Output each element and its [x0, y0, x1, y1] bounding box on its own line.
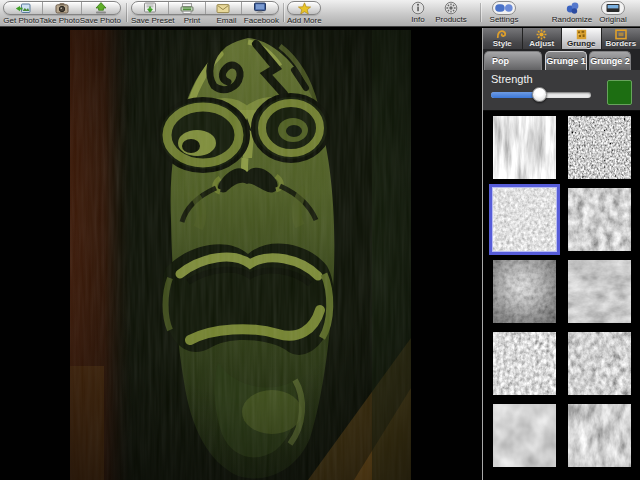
- subtab-grunge-1[interactable]: Grunge 1: [545, 51, 587, 70]
- get-photo-label: Get Photo: [3, 16, 40, 25]
- tiki-mask-photo: [70, 30, 411, 480]
- strength-section: Strength: [483, 70, 640, 111]
- subtab-grunge-2[interactable]: Grunge 2: [589, 51, 631, 70]
- grunge-thumbnail-grid: [483, 111, 640, 480]
- randomize-label: Randomize: [552, 15, 592, 24]
- randomize-icon: [565, 1, 580, 15]
- print-button[interactable]: [169, 2, 206, 14]
- save-preset-icon: [143, 2, 157, 14]
- subtab-pop[interactable]: Pop: [484, 51, 542, 70]
- star-icon: [297, 2, 312, 15]
- grunge-texture-1[interactable]: [493, 116, 556, 179]
- settings-icon: [492, 1, 516, 15]
- original-label: Original: [599, 15, 627, 24]
- gear-icon: [444, 1, 458, 15]
- grunge-texture-10[interactable]: [568, 404, 631, 467]
- facebook-icon: [253, 2, 267, 14]
- settings-button[interactable]: Settings: [486, 1, 522, 24]
- info-button[interactable]: Info: [404, 1, 432, 24]
- save-photo-button[interactable]: [82, 2, 120, 14]
- tab-adjust[interactable]: Adjust: [523, 28, 563, 49]
- settings-label: Settings: [490, 15, 519, 24]
- subtab-grunge-1-label: Grunge 1: [546, 56, 586, 66]
- toolbar-divider: [283, 3, 284, 22]
- tab-borders[interactable]: Borders: [602, 28, 640, 49]
- add-more-button[interactable]: [287, 1, 321, 15]
- grunge-texture-7[interactable]: [493, 332, 556, 395]
- filter-panel: Style Adjust Grunge: [482, 28, 640, 480]
- photo-io-group: Get Photo Take Photo Save Photo: [3, 1, 121, 25]
- save-preset-button[interactable]: [132, 2, 169, 14]
- envelope-icon: [216, 3, 230, 14]
- add-more-group: Add More: [287, 1, 321, 25]
- grunge-color-swatch[interactable]: [607, 80, 632, 105]
- grunge-texture-4[interactable]: [568, 188, 631, 251]
- grunge-texture-8[interactable]: [568, 332, 631, 395]
- toolbar-divider: [480, 3, 481, 22]
- grunge-texture-2[interactable]: [568, 116, 631, 179]
- app-window: Get Photo Take Photo Save Photo: [0, 0, 640, 480]
- take-photo-label: Take Photo: [40, 16, 80, 25]
- toolbar-divider: [126, 3, 127, 22]
- grunge-texture-6[interactable]: [568, 260, 631, 323]
- tab-grunge-label: Grunge: [567, 40, 595, 48]
- strength-label: Strength: [491, 73, 533, 85]
- tab-borders-label: Borders: [605, 40, 636, 48]
- subtab-grunge-2-label: Grunge 2: [590, 56, 630, 66]
- get-photo-icon: [15, 3, 31, 14]
- tab-style-label: Style: [493, 40, 512, 48]
- grunge-texture-5[interactable]: [493, 260, 556, 323]
- toolbar: Get Photo Take Photo Save Photo: [0, 0, 640, 27]
- save-preset-label: Save Preset: [131, 16, 175, 25]
- email-label: Email: [209, 16, 244, 25]
- print-label: Print: [175, 16, 210, 25]
- info-label: Info: [411, 15, 424, 24]
- photo-canvas: [0, 28, 482, 480]
- facebook-button[interactable]: [242, 2, 278, 14]
- grunge-texture-3[interactable]: [493, 188, 556, 251]
- tab-grunge[interactable]: Grunge: [562, 28, 602, 49]
- strength-slider[interactable]: [491, 92, 591, 98]
- printer-icon: [180, 3, 194, 14]
- grunge-subtabs: Pop Grunge 1 Grunge 2: [483, 49, 640, 70]
- tab-adjust-label: Adjust: [529, 40, 554, 48]
- original-button[interactable]: Original: [597, 1, 629, 24]
- take-photo-button[interactable]: [43, 2, 82, 14]
- add-more-label: Add More: [287, 16, 322, 25]
- category-tabs: Style Adjust Grunge: [483, 28, 640, 49]
- grunge-texture-9[interactable]: [493, 404, 556, 467]
- save-photo-label: Save Photo: [80, 16, 121, 25]
- info-icon: [411, 1, 425, 15]
- save-photo-icon: [94, 2, 108, 14]
- strength-slider-thumb[interactable]: [532, 87, 547, 102]
- get-photo-button[interactable]: [4, 2, 43, 14]
- email-button[interactable]: [206, 2, 243, 14]
- tab-style[interactable]: Style: [483, 28, 523, 49]
- camera-icon: [55, 2, 69, 14]
- products-button[interactable]: Products: [434, 1, 468, 24]
- randomize-button[interactable]: Randomize: [551, 1, 593, 24]
- share-group: Save Preset Print Email Facebook: [131, 1, 279, 25]
- products-label: Products: [435, 15, 467, 24]
- original-photo-icon: [601, 1, 625, 15]
- facebook-label: Facebook: [244, 16, 279, 25]
- subtab-pop-label: Pop: [492, 56, 509, 66]
